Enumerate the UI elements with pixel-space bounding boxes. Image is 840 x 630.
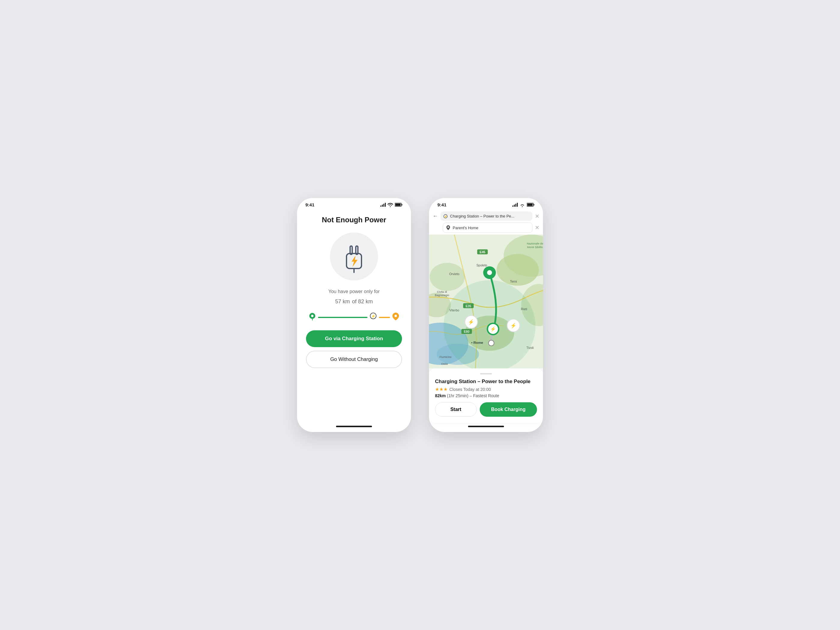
- plug-icon: [339, 240, 369, 273]
- from-text: Charging Station – Power to the Pe...: [450, 214, 529, 218]
- stars: ★★★: [435, 387, 448, 392]
- phone-1-content: Not Enough Power You have power only for: [297, 210, 411, 423]
- signal-icon: [381, 203, 386, 207]
- power-km: 57 km of 82 km: [335, 296, 373, 305]
- svg-text:⚡: ⚡: [468, 319, 474, 325]
- start-button[interactable]: Start: [435, 402, 477, 417]
- time-1: 9:41: [305, 202, 314, 207]
- nav-container: ← ⚡ Charging Station – Power to the Pe..…: [429, 210, 543, 235]
- home-indicator-1: [336, 426, 372, 427]
- nav-to-row: Parent's Home ✕: [433, 223, 539, 233]
- svg-text:⚡: ⚡: [371, 314, 376, 318]
- go-without-charging-btn[interactable]: Go Without Charging: [306, 351, 402, 368]
- status-icons-1: [381, 203, 403, 207]
- svg-rect-0: [381, 205, 381, 207]
- svg-text:Monti Sibillini: Monti Sibillini: [527, 246, 543, 249]
- battery-icon: [395, 203, 403, 207]
- svg-point-30: [429, 263, 465, 291]
- close-to-btn[interactable]: ✕: [535, 224, 539, 231]
- svg-text:Orvieto: Orvieto: [449, 272, 459, 276]
- time-2: 9:41: [437, 202, 447, 207]
- status-bar-1: 9:41: [297, 198, 411, 210]
- route-bar: ⚡: [306, 313, 402, 322]
- plug-nav-icon: ⚡: [444, 214, 448, 218]
- svg-rect-1: [382, 205, 383, 207]
- route-end-pin: [392, 313, 399, 322]
- svg-rect-17: [512, 205, 513, 207]
- svg-rect-18: [514, 205, 515, 207]
- phone-1: 9:41: [297, 198, 411, 432]
- svg-text:Civita di: Civita di: [437, 291, 447, 294]
- svg-rect-6: [395, 204, 401, 206]
- station-name: Charging Station – Power to the People: [435, 379, 537, 385]
- phone-2: 9:41: [429, 198, 543, 432]
- svg-text:⚡: ⚡: [444, 215, 448, 218]
- from-field[interactable]: ⚡ Charging Station – Power to the Pe...: [441, 212, 532, 221]
- station-distance: 82km: [435, 393, 446, 398]
- bottom-actions: Start Book Charging: [435, 402, 537, 417]
- route-start-pin: [309, 313, 316, 322]
- svg-text:Bagnoregio: Bagnoregio: [435, 294, 449, 297]
- svg-rect-22: [534, 204, 535, 205]
- battery-icon-2: [527, 203, 535, 207]
- phones-container: 9:41: [279, 180, 561, 450]
- route-orange-segment: [379, 317, 390, 318]
- svg-rect-3: [385, 203, 386, 207]
- destination-pin-icon: [446, 225, 450, 230]
- nav-from-row: ← ⚡ Charging Station – Power to the Pe..…: [433, 212, 539, 221]
- map-svg: E45 E35 E80 Spoleto Orvieto Civita di Ba…: [429, 235, 543, 368]
- svg-point-65: [488, 340, 494, 346]
- svg-rect-5: [402, 204, 403, 205]
- svg-text:Terni: Terni: [510, 279, 517, 283]
- status-bar-2: 9:41: [429, 198, 543, 210]
- svg-text:Spoleto: Spoleto: [477, 264, 487, 267]
- to-text: Parent's Home: [453, 226, 529, 230]
- station-info: 82km (1hr 25min) – Fastest Route: [435, 393, 537, 398]
- closes-text: Closes Today at 20:00: [449, 387, 491, 392]
- power-subtitle: You have power only for: [328, 289, 379, 294]
- svg-text:⚡: ⚡: [510, 322, 516, 329]
- svg-point-12: [311, 315, 314, 317]
- to-field[interactable]: Parent's Home: [443, 223, 532, 233]
- map-area[interactable]: E45 E35 E80 Spoleto Orvieto Civita di Ba…: [429, 235, 543, 368]
- svg-rect-20: [517, 203, 518, 207]
- route-green-segment: [318, 317, 368, 318]
- bottom-sheet: Charging Station – Power to the People ★…: [429, 368, 543, 423]
- wifi-icon: [388, 203, 393, 207]
- svg-point-16: [395, 315, 397, 317]
- svg-point-57: [487, 270, 492, 275]
- signal-icon-2: [512, 203, 518, 207]
- power-title: Not Enough Power: [322, 216, 387, 224]
- svg-rect-23: [527, 204, 533, 206]
- svg-point-29: [496, 254, 539, 286]
- status-icons-2: [512, 203, 535, 207]
- station-rating: ★★★ Closes Today at 20:00: [435, 387, 537, 392]
- go-via-charging-btn[interactable]: Go via Charging Station: [306, 330, 402, 347]
- svg-text:⚡: ⚡: [490, 326, 496, 332]
- sheet-handle: [480, 373, 492, 374]
- route-charge-pin: ⚡: [370, 313, 376, 322]
- svg-rect-19: [515, 204, 516, 207]
- svg-text:E45: E45: [480, 250, 485, 254]
- svg-text:Fiumicino: Fiumicino: [439, 355, 452, 358]
- svg-text:Nazionale dei: Nazionale dei: [527, 242, 543, 245]
- home-indicator-2: [468, 426, 504, 427]
- close-from-btn[interactable]: ✕: [535, 213, 539, 219]
- svg-text:Ostia: Ostia: [441, 362, 448, 365]
- plug-icon-container: [330, 232, 378, 281]
- book-charging-button[interactable]: Book Charging: [480, 402, 537, 417]
- svg-rect-2: [384, 204, 384, 207]
- back-button[interactable]: ←: [433, 213, 438, 219]
- wifi-icon-2: [519, 203, 525, 207]
- svg-point-26: [448, 226, 449, 228]
